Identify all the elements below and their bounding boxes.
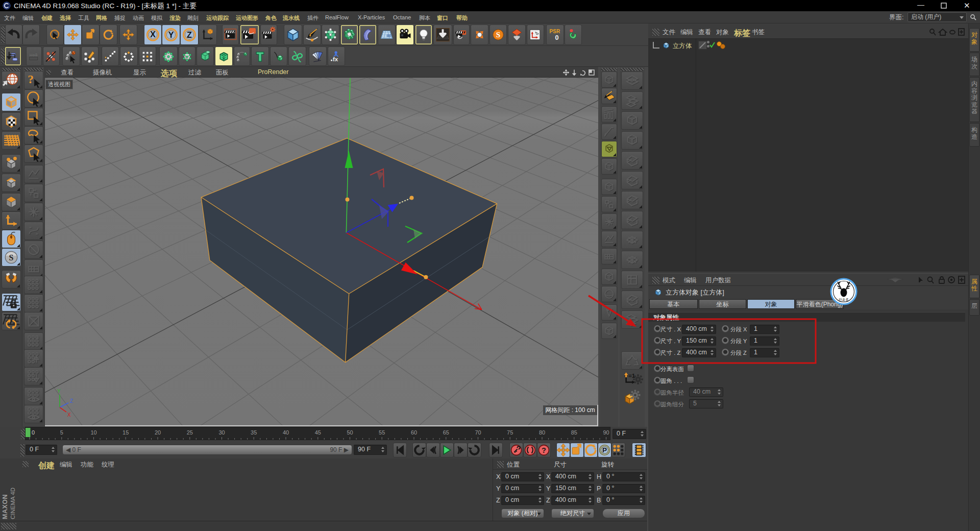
svg-text:60: 60 bbox=[411, 429, 417, 436]
svg-text:5: 5 bbox=[60, 429, 63, 436]
svg-text:20: 20 bbox=[155, 429, 161, 436]
svg-text:S: S bbox=[496, 31, 500, 39]
svg-text:Y: Y bbox=[168, 30, 174, 39]
svg-text:65: 65 bbox=[443, 429, 449, 436]
svg-text:MAXON: MAXON bbox=[2, 494, 9, 519]
svg-text:90: 90 bbox=[603, 429, 609, 436]
svg-text:25: 25 bbox=[187, 429, 193, 436]
svg-text:P: P bbox=[602, 446, 607, 454]
svg-text:75: 75 bbox=[507, 429, 513, 436]
svg-text:S: S bbox=[9, 253, 14, 262]
svg-text:0: 0 bbox=[32, 429, 35, 436]
svg-text:0: 0 bbox=[555, 34, 559, 41]
svg-text:15: 15 bbox=[122, 429, 129, 436]
svg-text:Z: Z bbox=[70, 398, 73, 404]
svg-text:40: 40 bbox=[283, 429, 289, 436]
svg-text:35: 35 bbox=[251, 429, 257, 436]
svg-text:X: X bbox=[150, 31, 156, 39]
svg-text:80: 80 bbox=[539, 429, 545, 436]
svg-text:CINEMA 4D: CINEMA 4D bbox=[10, 488, 16, 519]
svg-text:fx: fx bbox=[333, 56, 338, 62]
svg-text:30: 30 bbox=[218, 429, 225, 436]
svg-text:Y: Y bbox=[57, 389, 61, 394]
svg-text:50: 50 bbox=[347, 429, 353, 436]
svg-text:70: 70 bbox=[475, 429, 481, 436]
svg-text:X: X bbox=[67, 412, 71, 418]
svg-text:10: 10 bbox=[90, 429, 96, 436]
svg-text:85: 85 bbox=[571, 429, 577, 436]
svg-text:Z: Z bbox=[187, 30, 192, 39]
svg-text:?: ? bbox=[542, 446, 546, 454]
svg-text:?: ? bbox=[28, 73, 34, 86]
svg-text:45: 45 bbox=[315, 429, 321, 436]
svg-text:MoG: MoG bbox=[30, 52, 38, 57]
svg-text:55: 55 bbox=[379, 429, 385, 436]
